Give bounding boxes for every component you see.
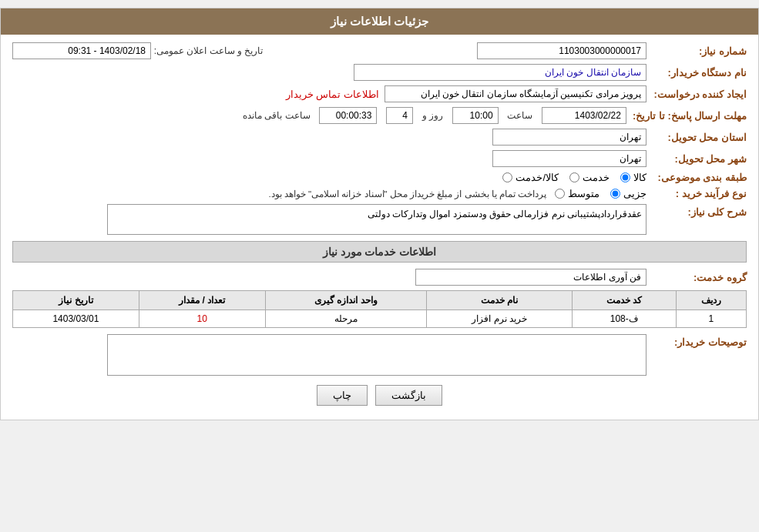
page-header: جزئیات اطلاعات نیاز	[1, 8, 758, 35]
baghimande-label: ساعت باقی مانده	[243, 110, 311, 121]
mohlat-date-group: ساعت روز و ساعت باقی مانده	[243, 107, 626, 124]
nowefarayand-row: نوع فرآیند خرید : متوسط جزیی پرداخت تمام…	[12, 188, 747, 199]
nam-dastgah-input[interactable]	[354, 64, 646, 81]
btn-row: بازگشت چاپ	[12, 385, 747, 406]
radio-motavaset-label: متوسط	[568, 188, 599, 199]
print-button[interactable]: چاپ	[317, 385, 368, 406]
tawsif-label: توصیحات خریدار:	[646, 334, 747, 348]
shahr-label: شهر محل تحویل:	[646, 153, 747, 165]
shomare-niaz-label: شماره نیاز:	[646, 45, 747, 57]
col-radif: ردیف	[676, 291, 746, 310]
ijad-konnande-input[interactable]	[385, 85, 646, 102]
content-area: شماره نیاز: تاریخ و ساعت اعلان عمومی: نا…	[1, 35, 758, 420]
page-title: جزئیات اطلاعات نیاز	[331, 15, 428, 28]
shomare-niaz-row: شماره نیاز: تاریخ و ساعت اعلان عمومی:	[12, 42, 747, 59]
back-button[interactable]: بازگشت	[375, 385, 442, 406]
tabaqe-label: طبقه بندی موضوعی:	[646, 172, 747, 183]
radio-jozee[interactable]	[610, 189, 620, 199]
radio-motavaset[interactable]	[555, 189, 565, 199]
col-kod: کد خدمت	[572, 291, 676, 310]
radio-kala-khedmat[interactable]	[502, 172, 512, 182]
rooz-input[interactable]	[386, 107, 413, 124]
radio-motavaset-item[interactable]: متوسط	[555, 188, 599, 199]
shahr-input[interactable]	[492, 150, 646, 167]
radio-kala[interactable]	[620, 172, 630, 182]
shomare-niaz-input[interactable]	[477, 42, 646, 59]
nowefarayand-radio-group: متوسط جزیی	[555, 188, 646, 199]
cell-tarikh: 1403/03/01	[13, 310, 139, 328]
table-row: 1 ف-108 خرید نرم افزار مرحله 10 1403/03/…	[13, 310, 747, 328]
radio-jozee-label: جزیی	[623, 188, 646, 199]
page-wrapper: جزئیات اطلاعات نیاز شماره نیاز: تاریخ و …	[0, 8, 759, 420]
note-text: پرداخت تمام یا بخشی از مبلغ خریداز محل "…	[268, 189, 546, 199]
shahr-row: شهر محل تحویل:	[12, 150, 747, 167]
sharh-label: شرح کلی نیاز:	[646, 204, 747, 218]
ostan-label: استان محل تحویل:	[646, 132, 747, 143]
grohe-khedmat-input[interactable]	[415, 269, 646, 286]
radio-jozee-item[interactable]: جزیی	[610, 188, 646, 199]
mohlat-label: مهلت ارسال پاسخ: تا تاریخ:	[626, 110, 747, 122]
col-tedad: تعداد / مقدار	[139, 291, 265, 310]
ettela-header: اطلاعات خدمات مورد نیاز	[12, 241, 747, 263]
radio-khedmat-item[interactable]: خدمت	[569, 172, 610, 183]
sharh-row: شرح کلی نیاز: عقدقراردادپشتیبانی نرم فزا…	[12, 204, 747, 235]
radio-kala-khedmat-item[interactable]: کالا/خدمت	[502, 172, 559, 183]
ijad-konnande-row: ایجاد کننده درخواست: اطلاعات تماس خریدار	[12, 85, 747, 102]
radio-khedmat-label: خدمت	[583, 172, 610, 183]
date-announce-input[interactable]	[12, 42, 151, 59]
ostan-row: استان محل تحویل:	[12, 129, 747, 146]
radio-khedmat[interactable]	[569, 172, 579, 182]
tawsif-textarea[interactable]	[107, 334, 646, 376]
sharh-textarea[interactable]: عقدقراردادپشتیبانی نرم فزارمالی حقوق ودس…	[107, 204, 646, 235]
mohlat-row: مهلت ارسال پاسخ: تا تاریخ: ساعت روز و سا…	[12, 107, 747, 124]
mohlat-date-input[interactable]	[542, 107, 626, 124]
nam-dastgah-label: نام دستگاه خریدار:	[646, 67, 747, 79]
radio-kala-label: کالا	[633, 172, 646, 183]
grohe-khedmat-label: گروه خدمت:	[646, 272, 747, 283]
tabaqe-row: طبقه بندی موضوعی: کالا/خدمت خدمت کالا	[12, 172, 747, 183]
saat-label: ساعت	[507, 110, 532, 121]
grohe-khedmat-row: گروه خدمت:	[12, 269, 747, 286]
radio-kala-khedmat-label: کالا/خدمت	[516, 172, 559, 183]
cell-radif: 1	[676, 310, 746, 328]
col-vahed: واحد اندازه گیری	[265, 291, 427, 310]
tamas-kharidar-link[interactable]: اطلاعات تماس خریدار	[286, 89, 379, 100]
tabaqe-radio-group: کالا/خدمت خدمت کالا	[502, 172, 646, 183]
cell-tedad: 10	[139, 310, 265, 328]
cell-name: خرید نرم افزار	[427, 310, 573, 328]
nam-dastgah-row: نام دستگاه خریدار:	[12, 64, 747, 81]
radio-kala-item[interactable]: کالا	[620, 172, 646, 183]
cell-vahed: مرحله	[265, 310, 427, 328]
cell-kod: ف-108	[572, 310, 676, 328]
ijad-konnande-label: ایجاد کننده درخواست:	[646, 89, 747, 100]
saat-input[interactable]	[452, 107, 499, 124]
rooz-label: روز و	[422, 110, 443, 121]
col-name: نام خدمت	[427, 291, 573, 310]
col-tarikh: تاریخ نیاز	[13, 291, 139, 310]
date-label-announce: تاریخ و ساعت اعلان عمومی:	[154, 45, 264, 56]
nowefarayand-label: نوع فرآیند خرید :	[646, 188, 747, 199]
baghimande-input[interactable]	[319, 107, 377, 124]
tawsif-row: توصیحات خریدار:	[12, 334, 747, 376]
service-table: ردیف کد خدمت نام خدمت واحد اندازه گیری ت…	[12, 290, 747, 328]
ostan-input[interactable]	[492, 129, 646, 146]
